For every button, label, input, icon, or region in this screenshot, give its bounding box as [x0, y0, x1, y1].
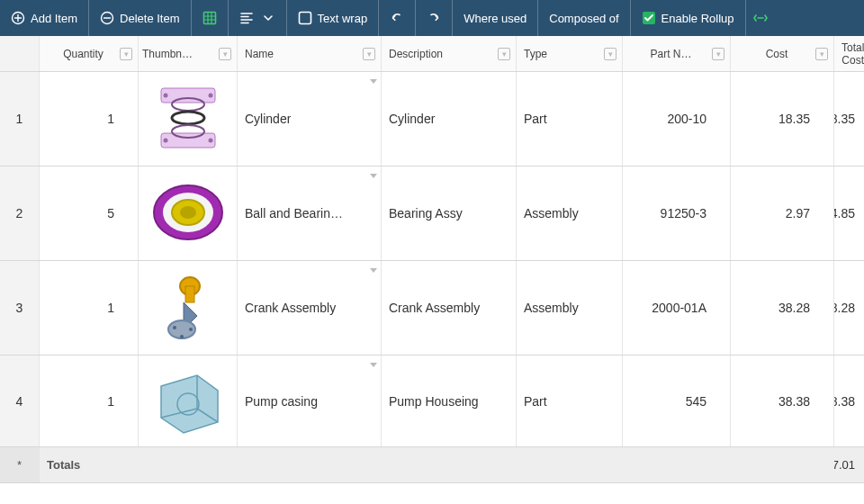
cell-total-cost[interactable]: 18.35: [834, 72, 864, 166]
checkbox-checked-icon: [642, 11, 656, 25]
svg-rect-3: [299, 13, 310, 24]
cell-thumbnail[interactable]: [139, 356, 238, 446]
crank-thumbnail-icon: [148, 266, 229, 350]
cell-type[interactable]: Part: [517, 356, 623, 446]
redo-icon: [427, 11, 441, 25]
align-left-icon: [239, 11, 254, 25]
svg-rect-5: [161, 88, 215, 103]
minus-circle-icon: [100, 11, 114, 25]
cell-type[interactable]: Part: [517, 72, 623, 166]
cell-part-no[interactable]: 2000-01A: [623, 261, 731, 355]
where-used-label: Where used: [464, 12, 526, 25]
text-wrap-label: Text wrap: [318, 12, 368, 25]
header-name[interactable]: Name ▾: [238, 36, 382, 71]
grid-header-row: Quantity ▾ Thumbn… ▾ Name ▾ Description …: [0, 36, 864, 72]
enable-rollup-toggle[interactable]: Enable Rollup: [631, 0, 746, 36]
cell-name[interactable]: Pump casing: [238, 356, 382, 446]
cell-total-cost[interactable]: 38.28: [834, 261, 864, 355]
table-row[interactable]: 3 1 Crank Assembly Crank Assembly Assemb…: [0, 261, 864, 356]
row-number: 2: [0, 166, 40, 260]
cell-type[interactable]: Assembly: [517, 261, 623, 355]
header-description[interactable]: Description ▾: [382, 36, 517, 71]
totals-marker: *: [0, 447, 40, 482]
cell-quantity[interactable]: 1: [40, 72, 139, 166]
undo-button[interactable]: [379, 0, 416, 36]
svg-point-13: [208, 138, 212, 142]
header-type[interactable]: Type ▾: [517, 36, 623, 71]
cell-cost[interactable]: 2.97: [731, 166, 834, 260]
cell-total-cost[interactable]: 14.85: [834, 166, 864, 260]
cell-name[interactable]: Ball and Bearin…: [238, 166, 382, 260]
cell-cost[interactable]: 38.38: [731, 356, 834, 446]
filter-icon[interactable]: ▾: [120, 48, 132, 60]
cylinder-thumbnail-icon: [148, 77, 229, 161]
cell-part-no[interactable]: 91250-3: [623, 166, 731, 260]
cell-quantity[interactable]: 1: [40, 261, 139, 355]
align-menu-button[interactable]: [229, 0, 287, 36]
cell-thumbnail[interactable]: [139, 72, 238, 166]
composed-of-button[interactable]: Composed of: [538, 0, 630, 36]
grid-icon: [202, 11, 217, 25]
cell-description[interactable]: Bearing Assy: [382, 166, 517, 260]
cell-description[interactable]: Pump Houseing: [382, 356, 517, 446]
filter-icon[interactable]: ▾: [219, 48, 231, 60]
undo-icon: [390, 11, 404, 25]
table-row[interactable]: 1 1 Cylinder Cylinder Part 200-10 18.35 …: [0, 72, 864, 166]
where-used-button[interactable]: Where used: [453, 0, 538, 36]
cell-name[interactable]: Cylinder: [238, 72, 382, 166]
bearing-thumbnail-icon: [148, 172, 229, 256]
cell-part-no[interactable]: 200-10: [623, 72, 731, 166]
cell-description[interactable]: Crank Assembly: [382, 261, 517, 355]
svg-point-12: [163, 138, 167, 142]
cell-quantity[interactable]: 1: [40, 356, 139, 446]
svg-rect-6: [161, 133, 215, 148]
grid-body: 1 1 Cylinder Cylinder Part 200-10 18.35 …: [0, 72, 864, 447]
totals-label-cell: Totals: [40, 447, 139, 482]
cell-description[interactable]: Cylinder: [382, 72, 517, 166]
header-thumbnail[interactable]: Thumbn… ▾: [139, 36, 238, 71]
cell-part-no[interactable]: 545: [623, 356, 731, 446]
header-quantity[interactable]: Quantity ▾: [40, 36, 139, 71]
filter-icon[interactable]: ▾: [498, 48, 510, 60]
cell-cost[interactable]: 18.35: [731, 72, 834, 166]
svg-rect-19: [185, 286, 194, 302]
svg-point-11: [208, 93, 212, 97]
text-wrap-toggle[interactable]: Text wrap: [287, 0, 380, 36]
filter-icon[interactable]: ▾: [712, 48, 724, 60]
add-item-button[interactable]: Add Item: [0, 0, 89, 36]
redo-button[interactable]: [416, 0, 453, 36]
enable-rollup-label: Enable Rollup: [662, 12, 734, 25]
svg-point-21: [173, 326, 176, 329]
chevron-down-icon: [261, 11, 275, 25]
cell-cost[interactable]: 38.28: [731, 261, 834, 355]
filter-icon[interactable]: ▾: [815, 48, 828, 60]
cell-thumbnail[interactable]: [139, 166, 238, 260]
filter-icon[interactable]: ▾: [363, 48, 375, 60]
svg-point-8: [172, 112, 204, 124]
row-number: 1: [0, 72, 40, 166]
cell-total-cost[interactable]: 38.38: [834, 356, 864, 446]
pump-casing-thumbnail-icon: [148, 359, 229, 443]
cell-quantity[interactable]: 5: [40, 166, 139, 260]
totals-row: * Totals 197.01: [0, 447, 864, 483]
filter-icon[interactable]: ▾: [604, 48, 616, 60]
grid-view-button[interactable]: [192, 0, 229, 36]
cell-type[interactable]: Assembly: [517, 166, 623, 260]
plus-circle-icon: [11, 11, 25, 25]
more-button[interactable]: [746, 0, 775, 36]
header-part-no[interactable]: Part N… ▾: [623, 36, 731, 71]
resize-icon: [753, 11, 768, 25]
header-cost[interactable]: Cost ▾: [731, 36, 834, 71]
composed-of-label: Composed of: [549, 12, 618, 25]
header-total-cost[interactable]: Total Cost ▾: [834, 36, 864, 71]
table-row[interactable]: 4 1 Pump casing Pump Houseing Part 545 3…: [0, 356, 864, 447]
delete-item-label: Delete Item: [120, 12, 179, 25]
checkbox-empty-icon: [298, 11, 312, 25]
cell-thumbnail[interactable]: [139, 261, 238, 355]
row-number: 3: [0, 261, 40, 355]
table-row[interactable]: 2 5 Ball and Bearin… Bearing Assy Assemb…: [0, 166, 864, 261]
svg-rect-2: [203, 13, 215, 24]
delete-item-button[interactable]: Delete Item: [89, 0, 191, 36]
cell-name[interactable]: Crank Assembly: [238, 261, 382, 355]
row-number: 4: [0, 356, 40, 446]
